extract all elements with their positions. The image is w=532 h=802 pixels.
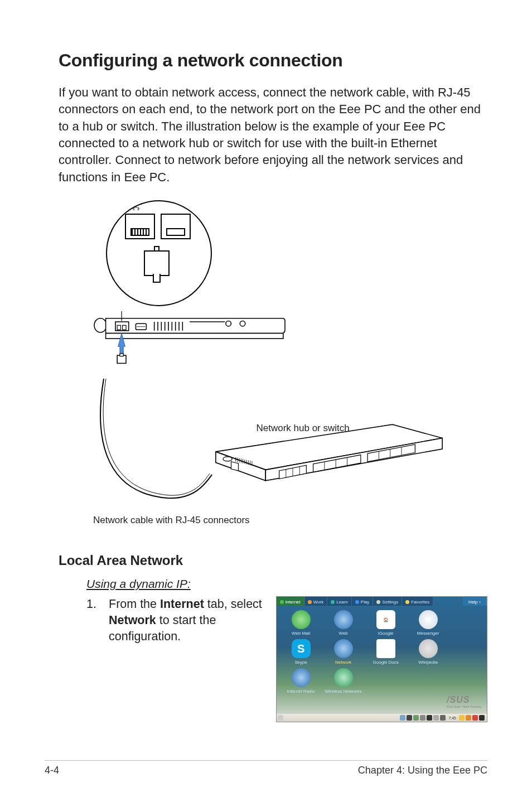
tab-settings[interactable]: Settings [373,597,402,606]
svg-point-25 [240,321,245,327]
work-icon [308,600,312,604]
asus-logo: /SUS Rock Solid • Heart Touching [447,695,481,708]
icon-network[interactable]: Network [322,639,365,665]
step-1: 1. From the Internet tab, select Network… [86,596,264,645]
tab-help[interactable]: Help› [463,597,487,606]
switch-label: Network hub or switch [257,423,350,434]
icon-web[interactable]: Web [322,610,365,636]
icon-skype-label: Skype [280,660,322,665]
radio-icon [292,668,311,687]
icon-internetradio[interactable]: Internet Radio [280,668,322,694]
svg-rect-10 [117,325,120,330]
step-text-mid: tab, select [204,597,262,611]
mail-icon [292,610,311,629]
tray-update-icon[interactable] [466,715,471,721]
desktop-tabs: Internet Work Learn Play Settings Favori… [277,597,487,606]
start-button[interactable] [278,715,283,721]
tab-favorites-label: Favorites [411,600,429,605]
house-icon: 🏠 [376,610,395,629]
tab-internet[interactable]: Internet [277,597,304,606]
play-icon [355,600,359,604]
magnifier-circle [106,200,212,306]
chapter-title: Chapter 4: Using the Eee PC [358,765,487,776]
tray-shield-icon[interactable] [413,715,419,721]
footer-rule [45,760,487,761]
page-heading: Configuring a network connection [59,50,487,71]
icon-webmail[interactable]: Web Mail [280,610,322,636]
document-icon [376,639,395,658]
magnified-ports [119,212,201,248]
step-text-internet: Internet [160,597,204,611]
icon-wireless[interactable]: Wireless Networks [322,668,365,694]
icon-igoogle[interactable]: 🏠iGoogle [365,610,407,636]
tab-help-label: Help [468,600,477,605]
wifi-icon [334,668,353,687]
icon-wireless-label: Wireless Networks [322,689,365,694]
icon-messenger-label: Messenger [407,631,449,636]
icon-messenger[interactable]: Messenger [407,610,449,636]
svg-rect-8 [105,334,283,339]
tray-window-icon[interactable] [407,715,412,721]
step-text: From the Internet tab, select Network to… [109,596,264,645]
laptop-side-illustration [67,311,312,364]
icon-skype[interactable]: SSkype [280,639,322,665]
step-text-before: From the [109,597,160,611]
tray-volume-icon[interactable] [427,715,432,721]
learn-icon [331,600,335,604]
icon-web-label: Web [322,631,365,636]
tab-internet-label: Internet [286,600,301,605]
tray-display-icon[interactable] [420,715,425,721]
svg-point-30 [223,457,231,461]
tab-favorites[interactable]: Favorites [402,597,433,606]
messenger-icon [419,610,438,629]
tab-work[interactable]: Work [304,597,328,606]
tab-play[interactable]: Play [352,597,374,606]
intro-paragraph: If you want to obtain network access, co… [59,84,487,186]
svg-rect-0 [135,205,137,206]
svg-rect-29 [119,354,123,356]
tray-power-icon[interactable] [472,715,478,721]
wikipedia-icon [419,639,438,658]
modem-port-right [161,214,191,239]
icon-internetradio-label: Internet Radio [280,689,322,694]
skype-icon: S [292,639,311,658]
ethernet-icon [133,205,139,210]
taskbar: 7:45 [277,714,487,722]
step-text-network: Network [109,613,156,627]
globe-icon [280,600,284,604]
globe-icon [334,610,353,629]
icon-igoogle-label: iGoogle [365,631,407,636]
tray-alert-icon[interactable] [459,715,465,721]
star-icon [405,600,409,604]
tray-battery-icon[interactable] [440,715,446,721]
network-icon [334,639,353,658]
tab-work-label: Work [313,600,324,605]
gear-icon [376,600,380,604]
chevron-right-icon: › [479,600,481,605]
svg-rect-5 [133,209,134,211]
rj45-port-left [125,214,155,239]
page-number: 4-4 [45,765,59,776]
tray-keyboard-icon[interactable] [433,715,439,721]
taskbar-time: 7:45 [448,716,456,720]
svg-point-24 [225,321,231,327]
desktop-icon-grid: Web Mail Web 🏠iGoogle Messenger SSkype N… [277,606,487,697]
step-number: 1. [86,596,109,645]
tab-play-label: Play [361,600,370,605]
desktop-screenshot: Internet Work Learn Play Settings Favori… [276,596,487,722]
tab-learn[interactable]: Learn [327,597,351,606]
svg-rect-6 [138,209,139,211]
icon-network-label: Network [322,660,365,665]
icon-googledocs[interactable]: Google Docs [365,639,407,665]
tray-expand-icon[interactable] [479,715,485,721]
section-heading-lan: Local Area Network [59,553,487,568]
tray-wifi-icon[interactable] [400,715,405,721]
icon-googledocs-label: Google Docs [365,660,407,665]
subheading-dynamic-ip: Using a dynamic IP: [86,577,487,591]
icon-wikipedia-label: Wikipedia [407,660,449,665]
cable-caption: Network cable with RJ-45 connectors [93,515,487,526]
asus-tagline: Rock Solid • Heart Touching [447,705,481,708]
icon-wikipedia[interactable]: Wikipedia [407,639,449,665]
tab-learn-label: Learn [336,600,347,605]
svg-point-7 [94,318,107,332]
